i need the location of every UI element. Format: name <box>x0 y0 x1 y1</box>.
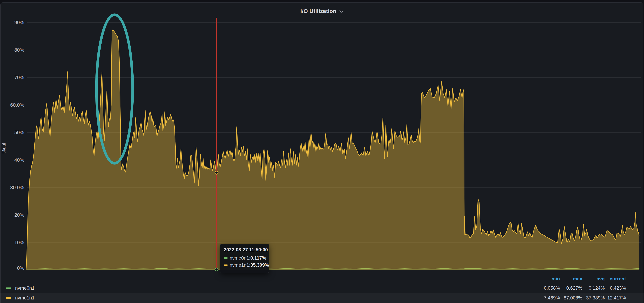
legend-row-nvme1n1[interactable]: nvme1n1 7.469% 87.008% 37.389% 12.417% <box>0 293 644 303</box>
tooltip-row: nvme1n1: 35.309% <box>224 262 266 268</box>
legend-label[interactable]: nvme0n1 <box>15 283 34 293</box>
stat-header-current[interactable]: current <box>587 275 626 283</box>
series-swatch <box>6 288 12 289</box>
chart-tooltip: 2022-08-27 11:50:00 nvme0n1: 0.117% nvme… <box>220 244 269 273</box>
series-color-dash <box>224 264 228 266</box>
series-area-nvme1n1 <box>26 30 639 270</box>
timeseries-chart[interactable] <box>0 0 644 303</box>
tooltip-timestamp: 2022-08-27 11:50:00 <box>224 247 266 252</box>
stat-current: 0.423% <box>587 283 626 293</box>
tooltip-series-value: 0.117% <box>250 255 266 261</box>
legend-stats-header: min max avg current <box>0 275 644 283</box>
legend-label[interactable]: nvme1n1 <box>15 293 34 303</box>
grafana-dashboard: I/O Utilization %util 90%80%70%60.0%50%4… <box>0 0 644 303</box>
cursor-point-nvme0n1 <box>215 268 218 271</box>
cursor-point-nvme1n1 <box>215 171 218 174</box>
series-swatch <box>6 297 12 299</box>
legend-row-nvme0n1[interactable]: nvme0n1 0.058% 0.627% 0.124% 0.423% <box>0 283 644 293</box>
series-color-dash <box>224 258 228 258</box>
stat-current: 12.417% <box>587 293 626 303</box>
tooltip-row: nvme0n1: 0.117% <box>224 254 266 262</box>
tooltip-series-name: nvme1n1: <box>230 262 250 268</box>
tooltip-series-value: 35.309% <box>250 262 269 268</box>
tooltip-series-name: nvme0n1: <box>230 255 250 261</box>
